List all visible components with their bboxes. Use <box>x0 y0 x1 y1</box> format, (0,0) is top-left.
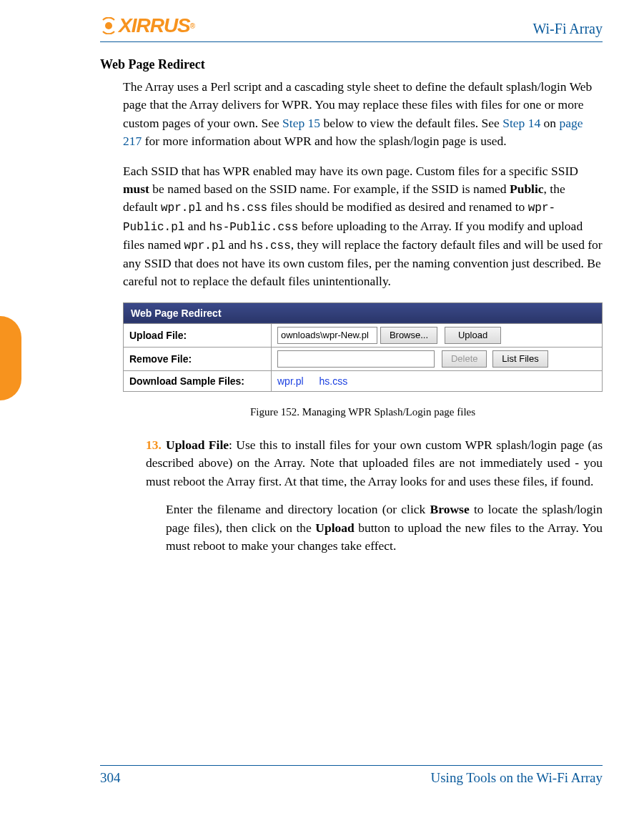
wpr-table-header: Web Page Redirect <box>124 302 603 323</box>
list-files-button[interactable]: List Files <box>492 350 548 368</box>
page-header: XIRRUS® Wi-Fi Array <box>100 14 603 42</box>
item-13-title: Upload File <box>166 438 229 452</box>
logo-icon <box>100 17 117 34</box>
side-thumb-tab <box>0 316 21 400</box>
download-sample-label: Download Sample Files: <box>124 370 272 391</box>
paragraph-2: Each SSID that has WPR enabled may have … <box>123 162 603 291</box>
wpr-table: Web Page Redirect Upload File: Browse...… <box>123 302 603 393</box>
upload-button[interactable]: Upload <box>445 327 501 344</box>
section-heading: Web Page Redirect <box>100 55 603 74</box>
svg-point-0 <box>105 22 112 29</box>
item-13-marker: 13. <box>146 436 166 454</box>
remove-file-label: Remove File: <box>124 347 272 370</box>
paragraph-1: The Array uses a Perl script and a casca… <box>123 78 603 151</box>
delete-button[interactable]: Delete <box>442 350 487 368</box>
remove-file-input[interactable] <box>277 350 435 368</box>
figure-152: Web Page Redirect Upload File: Browse...… <box>123 302 603 420</box>
brand-logo: XIRRUS® <box>100 14 194 37</box>
download-sample-cell: wpr.pl hs.css <box>272 370 603 391</box>
remove-file-cell: Delete List Files <box>272 347 603 370</box>
upload-file-cell: Browse... Upload <box>272 323 603 347</box>
list-item-13: 13.Upload File: Use this to install file… <box>123 436 603 555</box>
upload-file-input[interactable] <box>277 327 377 344</box>
download-wpr-link[interactable]: wpr.pl <box>277 375 304 387</box>
link-step15[interactable]: Step 15 <box>282 116 320 130</box>
browse-button[interactable]: Browse... <box>380 327 437 344</box>
page-number: 304 <box>100 770 121 786</box>
logo-registered: ® <box>190 22 194 30</box>
download-hs-link[interactable]: hs.css <box>319 375 347 387</box>
link-step14[interactable]: Step 14 <box>502 116 540 130</box>
page-footer: 304 Using Tools on the Wi-Fi Array <box>100 765 603 786</box>
chapter-title: Using Tools on the Wi-Fi Array <box>430 770 603 786</box>
upload-file-label: Upload File: <box>124 323 272 347</box>
document-title: Wi-Fi Array <box>532 21 603 37</box>
item-13-para2: Enter the filename and directory locatio… <box>166 501 603 555</box>
logo-text: XIRRUS <box>119 14 190 37</box>
figure-caption: Figure 152. Managing WPR Splash/Login pa… <box>123 405 603 420</box>
